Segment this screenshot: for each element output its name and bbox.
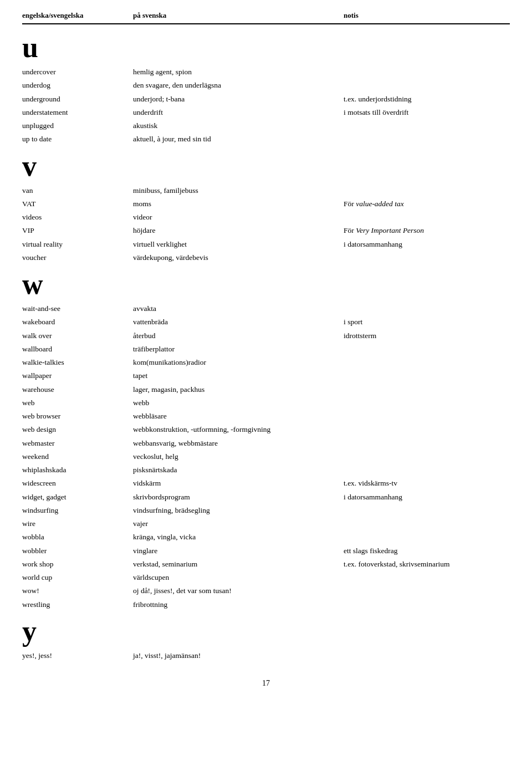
table-row: wirevajer (22, 517, 510, 530)
entry-note (344, 120, 510, 131)
entry-swedish: webbläsare (133, 411, 344, 422)
entry-english: VAT (22, 198, 133, 210)
entry-swedish: akustisk (133, 120, 344, 131)
entry-swedish: världscupen (133, 572, 344, 583)
entry-note (344, 411, 510, 422)
entry-swedish: virtuell verklighet (133, 239, 344, 250)
entry-swedish: kränga, vingla, vicka (133, 532, 344, 543)
table-row: work shopverkstad, seminariumt.ex. fotov… (22, 558, 510, 571)
entry-swedish: hemlig agent, spion (133, 67, 344, 78)
entry-note (344, 599, 510, 610)
table-row: whiplashskadapisksnärtskada (22, 463, 510, 477)
entry-swedish: moms (133, 198, 344, 210)
entry-note (344, 572, 510, 583)
table-row: unpluggedakustisk (22, 119, 510, 132)
entry-note (344, 585, 510, 596)
table-row: wrestlingfribrottning (22, 598, 510, 611)
entry-swedish: oj då!, jisses!, det var som tusan! (133, 585, 344, 596)
table-row: web designwebbkonstruktion, -utformning,… (22, 423, 510, 436)
entry-swedish: ja!, visst!, jajamänsan! (133, 650, 344, 661)
table-row: weekendveckoslut, helg (22, 450, 510, 463)
entry-english: underdog (22, 80, 133, 91)
entry-note (344, 80, 510, 91)
entry-swedish: vindsurfning, brädsegling (133, 505, 344, 516)
entry-english: understatement (22, 107, 133, 118)
entry-swedish: webbansvarig, webbmästare (133, 438, 344, 449)
table-row: walk overåterbudidrottsterm (22, 329, 510, 343)
table-row: wallpapertapet (22, 369, 510, 382)
entry-swedish: vinglare (133, 545, 344, 557)
entry-swedish: veckoslut, helg (133, 451, 344, 462)
table-row: vouchervärdekupong, värdebevis (22, 251, 510, 264)
table-row: vanminibuss, familjebuss (22, 184, 510, 197)
entry-swedish: vidskärm (133, 478, 344, 489)
entry-swedish: minibuss, familjebuss (133, 185, 344, 196)
entry-english: widget, gadget (22, 492, 133, 503)
entry-swedish: kom(munikations)radior (133, 357, 344, 368)
entry-english: wrestling (22, 599, 133, 610)
entry-swedish: höjdare (133, 225, 344, 236)
table-row: underdogden svagare, den underlägsna (22, 79, 510, 92)
entry-swedish: underjord; t-bana (133, 94, 344, 105)
entry-note (344, 424, 510, 435)
entry-note (344, 185, 510, 196)
entry-english: warehouse (22, 384, 133, 395)
entry-english: van (22, 185, 133, 196)
entry-note (344, 438, 510, 449)
entry-english: up to date (22, 134, 133, 145)
entry-note (344, 384, 510, 395)
entry-note (344, 67, 510, 78)
entry-english: wobbler (22, 545, 133, 557)
entry-swedish: underdrift (133, 107, 344, 118)
entry-note: t.ex. fotoverkstad, skrivseminarium (344, 559, 510, 570)
entry-note (344, 134, 510, 145)
entry-note (344, 303, 510, 314)
entry-note (344, 505, 510, 516)
page-number: 17 (22, 679, 510, 688)
entry-english: work shop (22, 559, 133, 570)
entry-english: wallpaper (22, 370, 133, 381)
table-row: webmasterwebbansvarig, webbmästare (22, 437, 510, 450)
entry-english: walkie-talkies (22, 357, 133, 368)
entry-note: t.ex. underjordstidning (344, 94, 510, 105)
entry-swedish: fribrottning (133, 599, 344, 610)
entry-english: voucher (22, 252, 133, 263)
section-letter-v: v (22, 152, 510, 181)
entry-note (344, 344, 510, 355)
entry-note (344, 370, 510, 381)
entry-english: wait-and-see (22, 303, 133, 314)
entry-note (344, 451, 510, 462)
table-row: videosvideor (22, 211, 510, 224)
entry-english: yes!, jess! (22, 650, 133, 661)
table-row: understatementunderdrifti motsats till ö… (22, 106, 510, 119)
entry-english: VIP (22, 225, 133, 236)
entry-swedish: pisksnärtskada (133, 464, 344, 476)
entry-swedish: webbkonstruktion, -utformning, -formgivn… (133, 424, 344, 435)
table-row: world cupvärldscupen (22, 571, 510, 584)
entry-english: wallboard (22, 344, 133, 355)
entry-english: whiplashskada (22, 464, 133, 476)
table-row: undercoverhemlig agent, spion (22, 65, 510, 79)
dictionary-content: uundercoverhemlig agent, spionunderdogde… (22, 33, 510, 662)
table-row: virtual realityvirtuell verkligheti dato… (22, 238, 510, 251)
entry-english: web design (22, 424, 133, 435)
entry-swedish: värdekupong, värdebevis (133, 252, 344, 263)
table-header: engelska/svengelska på svenska notis (22, 11, 510, 24)
table-row: webwebb (22, 396, 510, 410)
entry-swedish: videor (133, 212, 344, 223)
entry-note (344, 532, 510, 543)
entry-english: weekend (22, 451, 133, 462)
table-row: windsurfingvindsurfning, brädsegling (22, 504, 510, 517)
entry-note: i motsats till överdrift (344, 107, 510, 118)
entry-english: world cup (22, 572, 133, 583)
entry-note (344, 650, 510, 661)
section-letter-w: w (22, 270, 510, 299)
table-row: widget, gadgetskrivbordsprogrami datorsa… (22, 491, 510, 504)
entry-english: webmaster (22, 438, 133, 449)
entry-swedish: vajer (133, 518, 344, 529)
entry-english: unplugged (22, 120, 133, 131)
entry-english: wakeboard (22, 317, 133, 328)
entry-note (344, 518, 510, 529)
entry-note (344, 252, 510, 263)
table-row: up to dateaktuell, à jour, med sin tid (22, 132, 510, 146)
